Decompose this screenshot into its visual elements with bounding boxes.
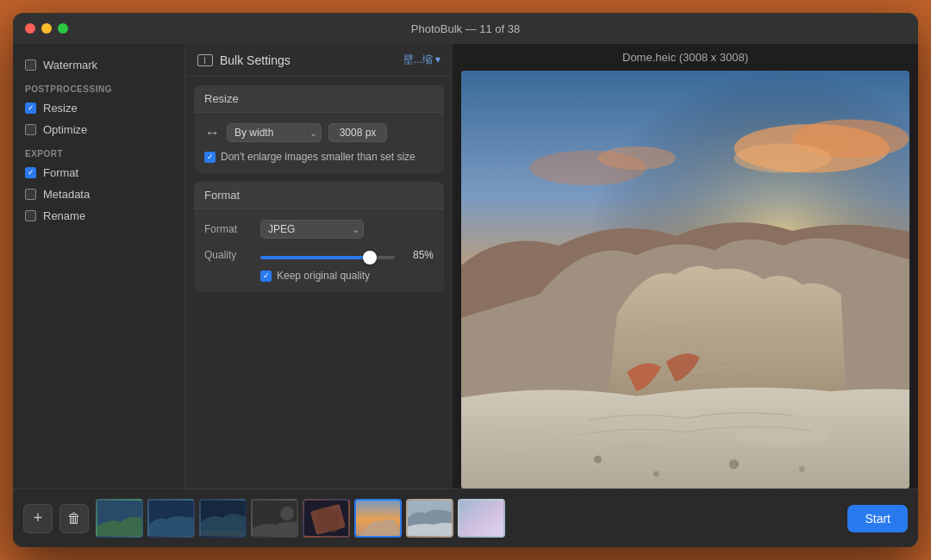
resize-controls: ↔ By width By height By longest side [204, 123, 434, 142]
format-row: Format JPEG PNG HEIC TIFF [204, 220, 434, 239]
rename-label: Rename [43, 209, 85, 222]
resize-section-title: Resize [194, 85, 444, 113]
svg-rect-22 [316, 507, 341, 532]
quality-label: Quality [204, 249, 252, 261]
quality-slider-wrapper [260, 247, 395, 263]
svg-rect-25 [459, 501, 505, 538]
sidebar: Watermark POSTPROCESSING Resize Optimize… [13, 44, 185, 488]
svg-rect-17 [201, 531, 247, 538]
dont-enlarge-label: Don't enlarge images smaller than set si… [221, 151, 416, 163]
format-checkbox[interactable] [25, 167, 36, 178]
traffic-lights [25, 23, 68, 34]
keep-quality-label: Keep original quality [277, 270, 370, 282]
svg-point-6 [597, 146, 675, 170]
thumbnail-3[interactable] [199, 499, 247, 538]
dont-enlarge-row: Don't enlarge images smaller than set si… [204, 151, 434, 163]
panel-header: Bulk Settings 壁...缩 ▾ [185, 44, 453, 77]
image-title: Dome.heic (3008 x 3008) [453, 44, 918, 71]
svg-point-13 [799, 466, 805, 472]
resize-method-select[interactable]: By width By height By longest side [227, 123, 322, 142]
resize-arrow-icon: ↔ [204, 124, 220, 142]
format-label: Format [43, 166, 78, 179]
keep-quality-checkbox[interactable] [260, 271, 272, 282]
quality-value: 85% [403, 249, 434, 261]
sidebar-item-rename[interactable]: Rename [13, 205, 184, 227]
resize-method-wrapper: By width By height By longest side [227, 123, 322, 142]
thumbnail-7[interactable] [406, 499, 453, 538]
image-display [461, 71, 909, 488]
thumbnail-6-active[interactable] [354, 499, 402, 538]
optimize-checkbox[interactable] [25, 124, 36, 135]
sidebar-item-resize[interactable]: Resize [13, 97, 184, 119]
sidebar-item-metadata[interactable]: Metadata [13, 184, 184, 205]
thumbnail-1[interactable] [96, 499, 143, 538]
format-section: Format Format JPEG PNG HEIC TIFF [194, 182, 444, 292]
svg-point-19 [280, 507, 294, 520]
metadata-checkbox[interactable] [25, 189, 36, 200]
thumbnail-5[interactable] [303, 499, 350, 538]
format-section-body: Format JPEG PNG HEIC TIFF Quality [194, 209, 444, 292]
start-button[interactable]: Start [847, 505, 908, 532]
format-select-wrapper: JPEG PNG HEIC TIFF [260, 220, 364, 239]
quality-row: Quality 85% [204, 247, 434, 263]
export-section-label: EXPORT [13, 140, 184, 162]
quality-slider[interactable] [260, 256, 395, 259]
image-panel: Dome.heic (3008 x 3008) [453, 44, 918, 488]
thumbnail-2[interactable] [147, 499, 195, 538]
resize-checkbox[interactable] [25, 103, 36, 114]
sidebar-item-optimize[interactable]: Optimize [13, 119, 184, 140]
optimize-label: Optimize [43, 123, 87, 136]
main-content: Watermark POSTPROCESSING Resize Optimize… [13, 44, 918, 488]
format-field-label: Format [204, 223, 252, 235]
svg-point-4 [734, 144, 831, 173]
panel-header-left: Bulk Settings [197, 53, 291, 67]
svg-point-11 [653, 471, 659, 477]
watermark-checkbox[interactable] [25, 59, 36, 71]
metadata-label: Metadata [43, 188, 90, 201]
svg-point-10 [594, 456, 602, 464]
watermark-label: Watermark [43, 59, 97, 72]
resize-size-input[interactable] [328, 123, 387, 142]
window-title: PhotoBulk — 11 of 38 [411, 22, 520, 35]
bulk-settings-icon [197, 54, 213, 66]
close-button[interactable] [25, 23, 35, 34]
thumbnail-4[interactable] [251, 499, 298, 538]
minimize-button[interactable] [41, 23, 52, 34]
landscape-image [461, 71, 909, 488]
sidebar-item-format[interactable]: Format [13, 162, 184, 184]
add-icon: + [34, 509, 43, 527]
bottom-bar: + 🗑 [13, 488, 918, 547]
svg-point-8 [608, 442, 666, 457]
format-select[interactable]: JPEG PNG HEIC TIFF [260, 220, 364, 239]
thumbnail-8[interactable] [458, 499, 505, 538]
delete-button[interactable]: 🗑 [59, 504, 89, 533]
add-button[interactable]: + [23, 504, 53, 533]
center-panel: Bulk Settings 壁...缩 ▾ Resize ↔ By width … [185, 44, 453, 488]
sidebar-item-watermark[interactable]: Watermark [13, 54, 184, 76]
keep-quality-row: Keep original quality [204, 270, 434, 282]
postprocessing-section-label: POSTPROCESSING [13, 76, 184, 97]
app-window: PhotoBulk — 11 of 38 Watermark POSTPROCE… [13, 13, 918, 547]
resize-section-body: ↔ By width By height By longest side [194, 113, 444, 173]
resize-section: Resize ↔ By width By height By longest s… [194, 85, 444, 173]
bulk-toggle[interactable]: 壁...缩 ▾ [403, 53, 441, 67]
titlebar: PhotoBulk — 11 of 38 [13, 13, 918, 44]
svg-point-7 [481, 430, 559, 450]
format-section-title: Format [194, 182, 444, 209]
bulk-settings-label: Bulk Settings [220, 53, 291, 67]
resize-label: Resize [43, 102, 78, 115]
dont-enlarge-checkbox[interactable] [204, 152, 216, 163]
thumbnail-strip [96, 499, 840, 538]
trash-icon: 🗑 [67, 511, 81, 526]
rename-checkbox[interactable] [25, 210, 36, 221]
maximize-button[interactable] [58, 23, 68, 34]
svg-point-12 [729, 459, 739, 469]
